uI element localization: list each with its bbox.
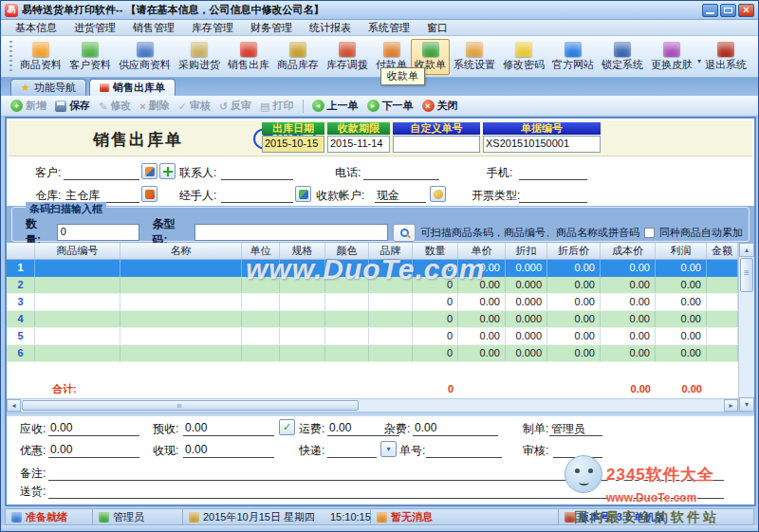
custom-no-input[interactable] bbox=[393, 136, 480, 153]
menu-sales[interactable]: 销售管理 bbox=[124, 21, 183, 35]
cash-input[interactable]: 0.00 bbox=[183, 443, 274, 458]
col-amount[interactable]: 金额 bbox=[707, 243, 738, 259]
save-button[interactable]: 保存 bbox=[55, 99, 90, 113]
new-button[interactable]: 新增 bbox=[10, 99, 46, 113]
mobile-input[interactable] bbox=[519, 165, 587, 180]
audit-button[interactable]: 审核 bbox=[178, 99, 211, 113]
col-price[interactable]: 单价 bbox=[458, 243, 506, 259]
toolbar-system-settings[interactable]: 系统设置 bbox=[450, 39, 499, 75]
discount-input[interactable]: 0.00 bbox=[48, 443, 139, 458]
menu-window[interactable]: 窗口 bbox=[418, 21, 456, 35]
account-lookup-button[interactable] bbox=[430, 186, 446, 202]
toolbar-customer-data[interactable]: 客户资料 bbox=[65, 39, 115, 75]
table-row[interactable]: 3 00.000.0000.000.000.00 bbox=[7, 294, 738, 311]
customer-input[interactable] bbox=[64, 165, 139, 180]
change-skin-icon bbox=[663, 42, 680, 57]
menu-system[interactable]: 系统管理 bbox=[360, 21, 418, 35]
menu-finance[interactable]: 财务管理 bbox=[242, 21, 301, 35]
menu-stock[interactable]: 库存管理 bbox=[183, 21, 242, 35]
toolbar-sales-out[interactable]: 销售出库 bbox=[224, 39, 273, 75]
misc-input[interactable]: 0.00 bbox=[413, 421, 498, 436]
barcode-search-button[interactable] bbox=[393, 224, 416, 242]
next-order-button[interactable]: 下一单 bbox=[367, 99, 414, 113]
toolbar-separator bbox=[303, 100, 304, 113]
accumulate-checkbox[interactable] bbox=[644, 228, 655, 238]
unaudit-button[interactable]: 反审 bbox=[219, 99, 251, 113]
col-cost[interactable]: 成本价 bbox=[601, 243, 656, 259]
toolbar-stock-transfer[interactable]: 库存调拨 bbox=[323, 39, 372, 75]
col-qty[interactable]: 数量 bbox=[413, 243, 458, 259]
toolbar-purchase-in[interactable]: 采购进货 bbox=[175, 39, 224, 75]
toolbar-lock-system[interactable]: 锁定系统 bbox=[598, 39, 647, 75]
warehouse-input[interactable]: 主仓库 bbox=[64, 188, 139, 203]
remark-input[interactable] bbox=[48, 466, 724, 481]
toolbar-exit-system[interactable]: 退出系统 bbox=[701, 39, 750, 75]
toolbar-supplier-data[interactable]: 供应商资料 bbox=[115, 39, 175, 75]
customer-add-button[interactable] bbox=[159, 163, 176, 179]
items-table: 商品编号 名称 单位 规格 颜色 品牌 数量 单价 折扣 折后价 成本价 利润 … bbox=[7, 243, 738, 398]
menu-purchase[interactable]: 进货管理 bbox=[65, 21, 124, 35]
menu-basic-info[interactable]: 基本信息 bbox=[7, 21, 65, 35]
edit-button[interactable]: 修改 bbox=[99, 99, 131, 113]
horizontal-scroll-thumb[interactable] bbox=[22, 400, 359, 411]
scroll-down-icon[interactable]: ▾ bbox=[739, 397, 754, 412]
table-row[interactable]: 6 00.000.0000.000.000.00 bbox=[7, 345, 738, 362]
express-no-input[interactable] bbox=[426, 443, 502, 458]
table-row[interactable]: 5 00.000.0000.000.000.00 bbox=[7, 328, 738, 345]
vertical-scroll-thumb[interactable] bbox=[740, 258, 753, 292]
handler-lookup-button[interactable] bbox=[295, 186, 311, 202]
scroll-up-icon[interactable]: ▴ bbox=[739, 243, 754, 257]
table-row[interactable]: 4 00.000.0000.000.000.00 bbox=[7, 311, 738, 328]
scroll-left-icon[interactable]: ◂ bbox=[7, 399, 21, 412]
maximize-icon[interactable] bbox=[720, 4, 736, 17]
due-date-input[interactable]: 2015-11-14 bbox=[327, 136, 390, 153]
handler-input[interactable] bbox=[221, 188, 293, 203]
minimize-icon[interactable] bbox=[702, 4, 718, 17]
express-dropdown-button[interactable]: ▾ bbox=[380, 441, 397, 457]
doc-no-input[interactable]: XS201510150001 bbox=[483, 136, 601, 153]
col-unit[interactable]: 单位 bbox=[242, 243, 280, 259]
account-input[interactable]: 现金 bbox=[375, 188, 426, 203]
vertical-scrollbar[interactable]: ▴ ▾ bbox=[738, 243, 754, 412]
toolbar-official-site[interactable]: 官方网站 bbox=[548, 39, 598, 75]
receivable-input[interactable]: 0.00 bbox=[48, 421, 139, 436]
delete-button[interactable]: 删除 bbox=[139, 99, 169, 113]
outbound-date-input[interactable]: 2015-10-15 bbox=[262, 136, 324, 153]
col-spec[interactable]: 规格 bbox=[280, 243, 325, 259]
print-button[interactable]: 打印 bbox=[260, 99, 293, 113]
toolbar-product-data[interactable]: 商品资料 bbox=[16, 39, 65, 75]
prepaid-input[interactable]: 0.00 bbox=[183, 421, 274, 436]
contact-input[interactable] bbox=[221, 165, 293, 180]
customer-lookup-button[interactable] bbox=[141, 163, 157, 179]
col-profit[interactable]: 利润 bbox=[656, 243, 707, 259]
col-discount[interactable]: 折扣 bbox=[506, 243, 547, 259]
scroll-right-icon[interactable]: ▸ bbox=[724, 399, 738, 412]
phone-input[interactable] bbox=[363, 165, 439, 180]
invoice-type-input[interactable] bbox=[519, 188, 587, 203]
toolbar-change-skin[interactable]: 更换皮肤 bbox=[647, 39, 696, 75]
horizontal-scrollbar[interactable]: ◂ ▸ bbox=[7, 398, 738, 412]
col-disc-price[interactable]: 折后价 bbox=[547, 243, 601, 259]
table-row[interactable]: 2 00.000.0000.000.000.00 bbox=[7, 277, 738, 294]
prepaid-check-button[interactable]: ✓ bbox=[279, 419, 295, 435]
express-input[interactable] bbox=[327, 443, 377, 458]
toolbar-product-stock[interactable]: 商品库存 bbox=[273, 39, 323, 75]
main-toolbar: 商品资料 客户资料 供应商资料 采购进货 销售出库 商品库存 库存调拨 付款单 … bbox=[1, 36, 758, 78]
barcode-input[interactable] bbox=[194, 224, 388, 241]
close-icon[interactable] bbox=[738, 4, 754, 17]
tab-sales-out-order[interactable]: 销售出库单 bbox=[89, 79, 176, 96]
warehouse-lookup-button[interactable] bbox=[141, 186, 157, 202]
tab-nav[interactable]: 功能导航 bbox=[10, 79, 86, 96]
table-row[interactable]: 1 00.000.0000.000.000.00 bbox=[7, 260, 738, 277]
delivery-input[interactable] bbox=[48, 484, 724, 499]
col-name[interactable]: 名称 bbox=[120, 243, 242, 259]
col-product-no[interactable]: 商品编号 bbox=[35, 243, 120, 259]
toolbar-change-password[interactable]: 修改密码 bbox=[499, 39, 548, 75]
qty-input[interactable]: 0 bbox=[57, 224, 140, 241]
prev-order-button[interactable]: 上一单 bbox=[312, 99, 359, 113]
col-brand[interactable]: 品牌 bbox=[369, 243, 413, 259]
col-color[interactable]: 颜色 bbox=[325, 243, 369, 259]
menu-reports[interactable]: 统计报表 bbox=[301, 21, 360, 35]
close-doc-button[interactable]: 关闭 bbox=[422, 99, 458, 113]
status-time: 15:10:15 bbox=[330, 511, 371, 523]
